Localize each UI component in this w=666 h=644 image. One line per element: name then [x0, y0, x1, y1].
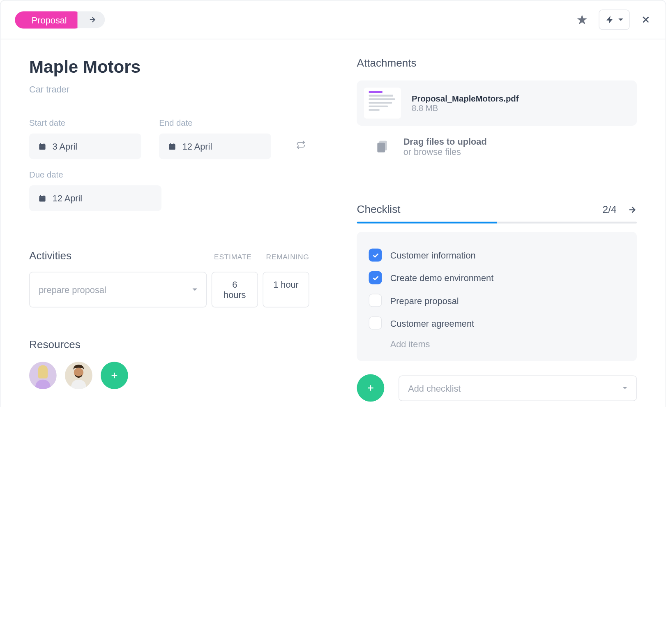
svg-rect-1: [169, 144, 175, 150]
checklist-progress-fill: [357, 222, 497, 223]
checklist-item: Customer agreement: [369, 312, 625, 334]
activity-select[interactable]: prepare proposal: [29, 272, 207, 307]
due-date-label: Due date: [29, 170, 161, 179]
add-checklist-placeholder: Add checklist: [408, 383, 461, 393]
checkbox-checked[interactable]: [369, 249, 382, 262]
upload-dropzone[interactable]: Drag files to upload or browse files: [357, 126, 637, 168]
checkbox-unchecked[interactable]: [369, 316, 382, 330]
activities-section: Activities ESTIMATE REMAINING prepare pr…: [29, 250, 309, 308]
end-date-label: End date: [159, 118, 271, 127]
header-actions: [576, 9, 651, 30]
check-icon: [371, 274, 379, 282]
add-checklist-row: Add checklist: [357, 374, 637, 402]
add-checklist-button[interactable]: [357, 374, 385, 402]
caret-down-icon: [622, 387, 627, 389]
checklist-progress-bar: [357, 222, 637, 223]
resources-section: Resources: [29, 339, 309, 389]
activities-header: Activities ESTIMATE REMAINING: [29, 250, 309, 262]
date-row-2: Due date 12 April: [29, 170, 309, 211]
left-column: Maple Motors Car trader Start date 3 Apr…: [29, 57, 309, 407]
date-row-1: Start date 3 April End date 12 April: [29, 118, 309, 159]
due-date-group: Due date 12 April: [29, 170, 161, 211]
repeat-button[interactable]: [289, 133, 313, 159]
checklist-header: Checklist 2/4: [357, 203, 637, 215]
stage-badge[interactable]: Proposal: [15, 11, 83, 28]
calendar-icon: [38, 194, 46, 202]
svg-rect-0: [39, 144, 45, 150]
checklist-item-label: Customer information: [390, 250, 476, 260]
file-info: Proposal_MapleMotors.pdf 8.8 MB: [412, 94, 519, 113]
estimate-label: ESTIMATE: [214, 253, 252, 261]
attachments-section: Attachments Proposal_MapleMotors.pdf 8.8…: [357, 57, 637, 167]
file-size: 8.8 MB: [412, 103, 519, 113]
arrow-right-icon: [88, 16, 97, 24]
activities-title: Activities: [29, 250, 71, 262]
calendar-icon: [38, 142, 46, 150]
end-date-value: 12 April: [182, 141, 212, 152]
record-subtitle: Car trader: [29, 84, 309, 94]
modal-body: Maple Motors Car trader Start date 3 Apr…: [0, 39, 665, 407]
repeat-icon: [296, 140, 306, 150]
add-items-button[interactable]: Add items: [369, 334, 625, 349]
checkbox-checked[interactable]: [369, 271, 382, 284]
checklist-box: Customer information Create demo environ…: [357, 232, 637, 361]
caret-down-icon: [618, 18, 623, 21]
check-icon: [371, 251, 379, 259]
start-date-group: Start date 3 April: [29, 118, 141, 159]
checklist-item-label: Customer agreement: [390, 318, 474, 328]
modal-header: Proposal: [0, 0, 665, 39]
next-stage-button[interactable]: [78, 12, 105, 28]
upload-sub-text: or browse files: [403, 147, 487, 157]
caret-down-icon: [192, 289, 197, 291]
checklist-item-label: Create demo environment: [390, 272, 493, 283]
arrow-right-icon[interactable]: [627, 205, 637, 214]
checklist-item: Prepare proposal: [369, 289, 625, 312]
checklist-item: Create demo environment: [369, 266, 625, 289]
resource-avatar-1[interactable]: [29, 362, 57, 389]
estimate-field[interactable]: 6 hours: [212, 272, 258, 307]
start-date-label: Start date: [29, 118, 141, 127]
checklist-section: Checklist 2/4 Customer information: [357, 203, 637, 402]
resource-avatar-2[interactable]: [65, 362, 92, 389]
svg-rect-2: [39, 196, 45, 201]
checklist-item-label: Prepare proposal: [390, 295, 459, 305]
add-checklist-select[interactable]: Add checklist: [399, 375, 637, 401]
right-column: Attachments Proposal_MapleMotors.pdf 8.8…: [357, 57, 637, 407]
attachment-item[interactable]: Proposal_MapleMotors.pdf 8.8 MB: [357, 81, 637, 126]
star-icon[interactable]: [576, 14, 588, 25]
close-icon[interactable]: [641, 14, 651, 25]
checkbox-unchecked[interactable]: [369, 294, 382, 307]
files-icon: [375, 139, 390, 155]
checklist-progress-text: 2/4: [602, 203, 616, 215]
start-date-input[interactable]: 3 April: [29, 134, 141, 159]
activity-row: prepare proposal 6 hours 1 hour: [29, 272, 309, 307]
remaining-field[interactable]: 1 hour: [263, 272, 309, 307]
due-date-value: 12 April: [53, 193, 83, 203]
upload-text: Drag files to upload or browse files: [403, 136, 487, 157]
plus-icon: [110, 371, 119, 380]
upload-main-text: Drag files to upload: [403, 136, 487, 147]
checklist-item: Customer information: [369, 244, 625, 266]
actions-dropdown[interactable]: [599, 9, 629, 30]
record-modal: Proposal Maple Motors Car trader Start d…: [0, 0, 666, 407]
end-date-group: End date 12 April: [159, 118, 271, 159]
stage-controls: Proposal: [15, 11, 105, 28]
resource-avatars: [29, 362, 309, 389]
calendar-icon: [168, 142, 176, 150]
add-resource-button[interactable]: [101, 362, 128, 389]
resources-title: Resources: [29, 339, 309, 351]
attachments-title: Attachments: [357, 57, 637, 69]
activity-name: prepare proposal: [39, 284, 106, 295]
end-date-input[interactable]: 12 April: [159, 134, 271, 159]
plus-icon: [366, 383, 375, 392]
lightning-icon: [605, 15, 615, 24]
svg-rect-8: [377, 143, 385, 152]
activities-columns: ESTIMATE REMAINING: [214, 253, 309, 261]
file-name: Proposal_MapleMotors.pdf: [412, 94, 519, 103]
remaining-label: REMAINING: [266, 253, 309, 261]
file-thumbnail: [364, 88, 401, 118]
record-title: Maple Motors: [29, 57, 309, 77]
due-date-input[interactable]: 12 April: [29, 185, 161, 211]
checklist-header-right: 2/4: [602, 203, 637, 215]
start-date-value: 3 April: [53, 141, 77, 152]
